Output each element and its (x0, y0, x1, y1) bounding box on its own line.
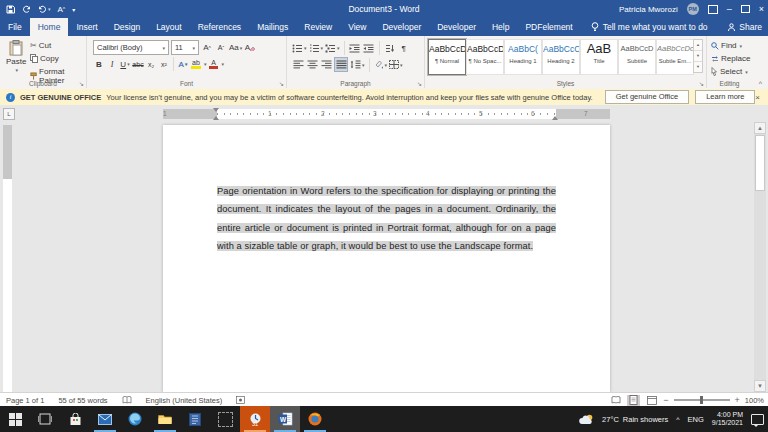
taskbar-word-button[interactable]: W (270, 406, 300, 432)
share-button[interactable]: Share (727, 18, 762, 36)
left-indent-marker[interactable] (213, 116, 219, 120)
paste-button[interactable]: Paste ▾ (6, 40, 26, 73)
font-color-button[interactable]: A (208, 58, 220, 71)
learn-more-button[interactable]: Learn more (695, 90, 755, 104)
minimize-button[interactable]: – (727, 0, 732, 18)
vertical-scrollbar[interactable]: ▲ ▼ (754, 122, 766, 392)
tab-layout[interactable]: Layout (148, 18, 190, 36)
superscript-button[interactable]: x² (158, 58, 170, 71)
vertical-ruler[interactable] (3, 125, 12, 392)
highlight-dropdown-icon[interactable]: ▾ (204, 61, 207, 67)
font-color-dropdown-icon[interactable]: ▾ (222, 61, 225, 67)
show-hide-pilcrow-button[interactable]: ¶ (398, 42, 410, 55)
align-left-button[interactable] (292, 58, 304, 71)
paste-dropdown-icon[interactable]: ▾ (15, 67, 18, 73)
right-indent-marker[interactable] (552, 116, 558, 120)
style-normal[interactable]: AaBbCcDc ¶ Normal (428, 39, 466, 75)
bullets-button[interactable]: ▾ (292, 42, 307, 55)
taskbar-attention-app-button[interactable]: 31 (240, 406, 270, 432)
sort-button[interactable] (384, 42, 396, 55)
font-size-combobox[interactable]: 11 ▾ (171, 40, 199, 55)
print-layout-button[interactable] (627, 395, 640, 406)
tab-developer-2[interactable]: Developer (429, 18, 484, 36)
cut-button[interactable]: ✂ Cut (30, 41, 51, 50)
language-switcher[interactable]: ENG (688, 415, 704, 424)
proofing-icon[interactable] (122, 396, 132, 404)
scroll-down-arrow[interactable]: ▼ (754, 380, 766, 392)
restore-button[interactable] (741, 5, 750, 13)
italic-button[interactable]: I (106, 58, 118, 71)
collapse-ribbon-icon[interactable]: ^ (759, 80, 762, 87)
justify-button[interactable] (334, 57, 348, 72)
action-center-icon[interactable] (751, 414, 764, 425)
word-count[interactable]: 55 of 55 words (58, 396, 107, 405)
page-indicator[interactable]: Page 1 of 1 (6, 396, 44, 405)
taskbar-onenote-button[interactable] (180, 406, 210, 432)
bold-button[interactable]: B (93, 58, 105, 71)
select-button[interactable]: Select▾ (711, 67, 748, 76)
align-center-button[interactable] (306, 58, 318, 71)
close-button[interactable]: × (759, 0, 764, 18)
style-heading-1[interactable]: AaBbC( Heading 1 (504, 39, 542, 75)
underline-button[interactable]: U▾ (119, 58, 131, 71)
macro-record-icon[interactable] (236, 396, 245, 404)
decrease-indent-button[interactable] (349, 42, 361, 55)
font-name-combobox[interactable]: Calibri (Body) ▾ (93, 40, 169, 55)
borders-button[interactable]: ▾ (389, 58, 403, 71)
read-mode-button[interactable] (609, 395, 622, 406)
highlight-color-button[interactable]: ab (190, 58, 202, 71)
numbering-button[interactable]: ▾ (309, 42, 324, 55)
tab-file[interactable]: File (0, 18, 30, 36)
taskbar-firefox-button[interactable] (300, 406, 330, 432)
tray-expand-icon[interactable]: ^ (676, 416, 679, 423)
font-dialog-launcher-icon[interactable]: ↘ (279, 81, 284, 87)
tab-view[interactable]: View (340, 18, 374, 36)
clipboard-dialog-launcher-icon[interactable]: ↘ (79, 81, 84, 87)
horizontal-ruler[interactable]: 1 1 2 3 4 5 6 7 (163, 109, 610, 119)
weather-icon[interactable] (579, 414, 594, 425)
clock[interactable]: 4:00 PM 9/15/2021 (712, 411, 743, 428)
taskbar-store-button[interactable] (60, 406, 90, 432)
tab-mailings[interactable]: Mailings (249, 18, 296, 36)
style-heading-2[interactable]: AaBbCcC Heading 2 (542, 39, 580, 75)
find-button[interactable]: Find▾ (711, 41, 742, 50)
avatar[interactable]: PM (687, 3, 699, 15)
style-no-spacing[interactable]: AaBbCcDc ¶ No Spac... (466, 39, 504, 75)
shading-button[interactable]: ▾ (374, 58, 388, 71)
styles-scroll-up-icon[interactable]: ▲ (694, 40, 702, 50)
selected-text[interactable]: Page orientation in Word refers to the s… (217, 186, 556, 251)
tab-developer-1[interactable]: Developer (374, 18, 429, 36)
user-name[interactable]: Patricia Mworozi (619, 5, 678, 14)
subscript-button[interactable]: x₂ (145, 58, 157, 71)
style-title[interactable]: AaB Title (580, 39, 618, 75)
get-genuine-office-button[interactable]: Get genuine Office (605, 90, 689, 104)
paragraph[interactable]: Page orientation in Word refers to the s… (217, 182, 556, 255)
weather-temp[interactable]: 27°C (602, 415, 619, 424)
clear-formatting-button[interactable]: A (244, 41, 256, 54)
banner-close-icon[interactable]: × (755, 93, 760, 102)
start-button[interactable] (0, 406, 30, 432)
ribbon-display-options-icon[interactable] (708, 5, 718, 14)
styles-scroll-down-icon[interactable]: ▼ (694, 50, 702, 61)
document-page[interactable]: Page orientation in Word refers to the s… (163, 125, 610, 392)
tab-pdfelement[interactable]: PDFelement (517, 18, 580, 36)
weather-desc[interactable]: Rain showers (623, 415, 668, 424)
language-indicator[interactable]: English (United States) (146, 396, 223, 405)
shrink-font-button[interactable]: Aˇ (215, 41, 227, 54)
multilevel-list-button[interactable]: ▾ (325, 42, 340, 55)
tab-help[interactable]: Help (484, 18, 517, 36)
tab-home[interactable]: Home (30, 18, 69, 36)
tell-me-box[interactable]: Tell me what you want to do (591, 18, 708, 36)
style-subtitle[interactable]: AaBbCcD Subtitle (618, 39, 656, 75)
scrollbar-thumb[interactable] (755, 135, 765, 191)
zoom-slider-thumb[interactable] (700, 396, 703, 404)
task-view-button[interactable] (30, 406, 60, 432)
grow-font-button[interactable]: A^ (201, 41, 213, 54)
tab-references[interactable]: References (190, 18, 249, 36)
style-subtle-emphasis[interactable]: AaBbCcDc Subtle Em... (656, 39, 694, 75)
zoom-slider[interactable] (674, 399, 730, 401)
scroll-up-arrow[interactable]: ▲ (754, 122, 766, 134)
taskbar-edge-button[interactable] (120, 406, 150, 432)
zoom-level[interactable]: 100% (745, 396, 764, 405)
tab-selector-button[interactable]: L (3, 108, 15, 120)
